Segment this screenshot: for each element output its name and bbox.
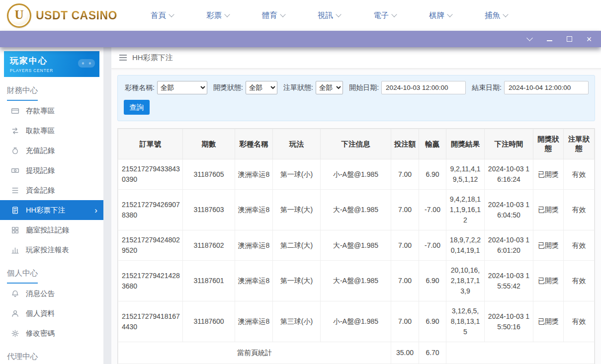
table-cell: 已開獎: [533, 261, 564, 301]
sidebar-item[interactable]: HH彩票下注›: [0, 200, 103, 220]
password-icon: [11, 329, 19, 338]
lottery-name-select[interactable]: 全部: [157, 81, 207, 94]
chevron-right-icon: ›: [94, 206, 97, 215]
column-header: 玩法: [273, 129, 321, 159]
table-cell: 6.90: [419, 159, 446, 190]
sidebar-section-heading: 個人中心: [0, 262, 103, 284]
nav-item[interactable]: 棋牌: [413, 0, 468, 31]
sidebar-item[interactable]: 存款專區: [0, 101, 103, 121]
sidebar-section-label: 代理中心: [7, 352, 38, 364]
table-cell: 3,12,6,5,8,18,13,15: [446, 301, 485, 342]
column-header: 彩種名稱: [235, 129, 273, 159]
window-menu-chevron-icon[interactable]: [525, 35, 533, 43]
column-header: 注單狀態: [564, 129, 595, 159]
brand-name: USDT CASINO: [36, 9, 117, 22]
sidebar-item-label: 取款專區: [26, 126, 55, 136]
table-cell: 2152172794181674430: [118, 301, 183, 342]
table-cell: 澳洲幸运8: [235, 190, 273, 230]
nav-item[interactable]: 捕魚: [468, 0, 524, 31]
table-cell: 7.00: [391, 230, 419, 261]
table-cell: 第一球(小): [273, 159, 321, 190]
sidebar-item[interactable]: 修改密碼: [0, 323, 103, 343]
nav-item[interactable]: 體育: [246, 0, 301, 31]
table-cell: 2152172794248029520: [118, 230, 183, 261]
table-cell: 已開獎: [533, 190, 564, 230]
table-cell: 已開獎: [533, 301, 564, 342]
sidebar-item[interactable]: 個人資料: [0, 303, 103, 323]
sidebar-item[interactable]: 取款專區: [0, 121, 103, 141]
summary-bet-total: 35.00: [391, 342, 419, 364]
withdrawal-record-icon: [11, 166, 19, 175]
summary-empty-cell: [446, 342, 595, 364]
table-cell: 2024-10-03 16:04:50: [485, 190, 533, 230]
sidebar-item-label: 充值記錄: [26, 146, 55, 155]
table-row: 215217279418167443031187600澳洲幸运8第三球(小)小-…: [118, 301, 595, 342]
column-header: 開獎結果: [446, 129, 485, 159]
table-cell: 7.00: [391, 301, 419, 342]
draw-status-label: 開獎狀態:: [213, 83, 243, 92]
hall-bets-icon: [11, 226, 19, 234]
profile-icon: [11, 309, 19, 318]
close-button[interactable]: ×: [585, 35, 593, 43]
recharge-record-icon: [11, 146, 19, 155]
table-cell: 第三球(小): [273, 301, 321, 342]
table-cell: 澳洲幸运8: [235, 261, 273, 301]
body-area: 玩家中心 PLAYERS CENTER 財務中心存款專區取款專區充值記錄提現記錄…: [0, 47, 601, 364]
main-panel: HH彩票下注 彩種名稱: 全部 開獎狀態: 全部 注單狀態:: [111, 47, 601, 364]
table-cell: 31187602: [183, 230, 235, 261]
start-date-input[interactable]: [381, 81, 466, 94]
nav-item-label: 捕魚: [485, 10, 500, 21]
column-header: 下注時間: [485, 129, 533, 159]
table-cell: 已開獎: [533, 230, 564, 261]
column-header: 投注額: [391, 129, 419, 159]
column-header: 期數: [183, 129, 235, 159]
table-cell: 31187603: [183, 190, 235, 230]
maximize-button[interactable]: [565, 35, 573, 43]
chevron-down-icon: [336, 11, 341, 17]
table-cell: 大-A盤@1.985: [321, 230, 391, 261]
table-cell: 9,2,11,4,19,5,1,12: [446, 159, 485, 190]
brand-logo[interactable]: U USDT CASINO: [7, 3, 120, 28]
hamburger-menu-icon[interactable]: [119, 55, 127, 60]
table-cell: 澳洲幸运8: [235, 159, 273, 190]
sidebar-item[interactable]: 資金記錄: [0, 180, 103, 200]
order-status-select[interactable]: 全部: [316, 81, 343, 94]
table-cell: 有效: [564, 230, 595, 261]
table-cell: -7.00: [419, 190, 446, 230]
sidebar-item[interactable]: 消息公告: [0, 284, 103, 303]
table-row: 215217279433843039031187605澳洲幸运8第一球(小)小-…: [118, 159, 595, 190]
app-window: U USDT CASINO 首頁彩票體育視訊電子棋牌捕魚 × 玩家中心 PLAY…: [0, 0, 601, 364]
table-cell: 有效: [564, 261, 595, 301]
sidebar-item[interactable]: 充值記錄: [0, 141, 103, 160]
filter-panel: 彩種名稱: 全部 開獎狀態: 全部 注單狀態: 全部 開始日期:: [117, 75, 595, 121]
table-cell: 20,10,16,2,18,17,13,9: [446, 261, 485, 301]
minimize-button[interactable]: [545, 35, 553, 43]
sidebar-item[interactable]: 玩家投注報表: [0, 240, 103, 260]
nav-item[interactable]: 電子: [357, 0, 413, 31]
main-nav: 首頁彩票體育視訊電子棋牌捕魚: [134, 0, 524, 31]
nav-item[interactable]: 視訊: [301, 0, 357, 31]
column-header: 訂單號: [118, 129, 183, 159]
table-cell: 大-A盤@1.985: [321, 261, 391, 301]
nav-item-label: 體育: [262, 10, 277, 21]
nav-item[interactable]: 首頁: [134, 0, 190, 31]
column-header: 開獎狀態: [533, 129, 564, 159]
sidebar-item[interactable]: 提現記錄: [0, 160, 103, 180]
sidebar-menu: 財務中心存款專區取款專區充值記錄提現記錄資金記錄HH彩票下注›廳室投註記錄玩家投…: [0, 79, 103, 364]
gamepad-icon: [78, 57, 95, 71]
logo-letter: U: [14, 8, 23, 22]
sidebar-item-label: HH彩票下注: [26, 206, 65, 215]
sidebar-item-label: 個人資料: [26, 309, 55, 318]
nav-item[interactable]: 彩票: [190, 0, 246, 31]
chevron-down-icon: [224, 11, 230, 17]
draw-status-select[interactable]: 全部: [246, 81, 277, 94]
sidebar-item-label: 消息公告: [26, 289, 55, 298]
order-status-label: 注單狀態:: [283, 83, 313, 92]
window-titlebar: ×: [0, 31, 601, 47]
table-cell: 7.00: [391, 159, 419, 190]
sidebar-item[interactable]: 廳室投註記錄: [0, 220, 103, 240]
nav-item-label: 電子: [373, 10, 389, 21]
end-date-input[interactable]: [504, 81, 589, 94]
search-button[interactable]: 查詢: [124, 100, 150, 115]
column-header: 輸贏: [419, 129, 446, 159]
